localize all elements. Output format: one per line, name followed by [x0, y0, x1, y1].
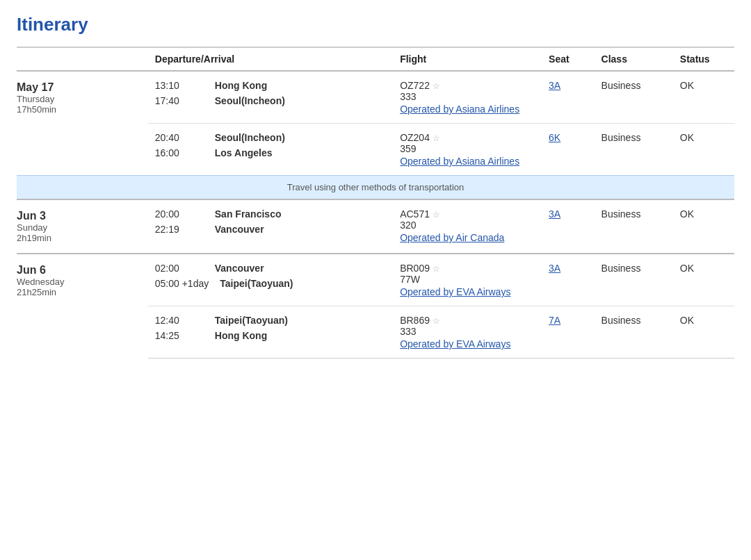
class-cell: Business — [595, 199, 673, 254]
flight-number: OZ204 — [400, 132, 430, 143]
date-weekday: Thursday — [17, 94, 141, 104]
flight-number: BR869 — [400, 315, 430, 326]
seat-link[interactable]: 6K — [549, 132, 560, 143]
date-weekday: Sunday — [17, 222, 141, 233]
flight-row: Jun 6 Wednesday 21h25min 02:00 Vancouver… — [17, 254, 734, 306]
aircraft-type: 359 — [400, 143, 535, 154]
flight-cell: OZ722 ☆ 333 Operated by Asiana Airlines — [393, 71, 542, 124]
date-cell: Jun 6 Wednesday 21h25min — [17, 254, 148, 359]
flight-cell: BR869 ☆ 333 Operated by EVA Airways — [393, 306, 542, 359]
flight-cell: BR009 ☆ 77W Operated by EVA Airways — [393, 254, 542, 306]
date-duration: 21h25min — [17, 287, 141, 297]
dep-time: 02:00 — [155, 263, 204, 274]
dep-time: 13:10 — [155, 80, 204, 91]
class-cell: Business — [595, 71, 673, 124]
aircraft-type: 333 — [400, 91, 535, 102]
arr-time: 05:00 +1day — [155, 278, 209, 289]
date-duration: 2h19min — [17, 233, 141, 243]
date-cell: Jun 3 Sunday 2h19min — [17, 199, 148, 254]
col-header-date — [17, 47, 148, 71]
arr-city: Los Angeles — [215, 147, 273, 158]
star-icon: ☆ — [433, 133, 440, 143]
dep-city: Seoul(Incheon) — [215, 132, 285, 143]
arr-city: Hong Kong — [215, 330, 267, 341]
star-icon: ☆ — [433, 316, 440, 326]
flight-row: Jun 3 Sunday 2h19min 20:00 San Francisco… — [17, 199, 734, 254]
departure-arrival-cell: 02:00 Vancouver 05:00 +1day Taipei(Taoyu… — [148, 254, 393, 306]
dep-time: 12:40 — [155, 315, 204, 326]
col-header-status: Status — [673, 47, 734, 71]
arr-city: Taipei(Taoyuan) — [220, 278, 293, 289]
col-header-departure: Departure/Arrival — [148, 47, 393, 71]
class-cell: Business — [595, 124, 673, 176]
flight-number: OZ722 — [400, 80, 430, 91]
col-header-class: Class — [595, 47, 673, 71]
star-icon: ☆ — [433, 264, 440, 274]
date-day: May 17 — [17, 81, 141, 94]
operator-link[interactable]: Operated by Asiana Airlines — [400, 156, 519, 167]
col-header-flight: Flight — [393, 47, 542, 71]
departure-arrival-cell: 13:10 Hong Kong 17:40 Seoul(Incheon) — [148, 71, 393, 124]
operator-link[interactable]: Operated by Asiana Airlines — [400, 104, 519, 115]
arr-time: 14:25 — [155, 330, 204, 341]
departure-arrival-cell: 20:40 Seoul(Incheon) 16:00 Los Angeles — [148, 124, 393, 176]
separator-row: Travel using other methods of transporta… — [17, 176, 734, 200]
operator-link[interactable]: Operated by Air Canada — [400, 232, 504, 243]
star-icon: ☆ — [433, 81, 440, 91]
dep-time: 20:00 — [155, 208, 204, 220]
operator-link[interactable]: Operated by EVA Airways — [400, 338, 510, 349]
flight-number: BR009 — [400, 263, 430, 274]
dep-city: Hong Kong — [215, 80, 267, 91]
status-cell: OK — [673, 199, 734, 254]
arr-city: Seoul(Incheon) — [215, 95, 285, 106]
date-weekday: Wednesday — [17, 277, 141, 287]
date-day: Jun 6 — [17, 264, 141, 277]
flight-number: AC571 — [400, 208, 430, 220]
star-icon: ☆ — [433, 210, 440, 220]
flight-row: May 17 Thursday 17h50min 13:10 Hong Kong… — [17, 71, 734, 124]
departure-arrival-cell: 20:00 San Francisco 22:19 Vancouver — [148, 199, 393, 254]
class-cell: Business — [595, 306, 673, 359]
seat-link[interactable]: 3A — [549, 263, 560, 274]
flight-cell: AC571 ☆ 320 Operated by Air Canada — [393, 199, 542, 254]
page-title: Itinerary — [17, 14, 734, 35]
date-cell: May 17 Thursday 17h50min — [17, 71, 148, 176]
dep-city: San Francisco — [215, 208, 282, 220]
date-duration: 17h50min — [17, 104, 141, 115]
arr-time: 22:19 — [155, 224, 204, 235]
seat-cell: 3A — [542, 71, 595, 124]
seat-cell: 3A — [542, 199, 595, 254]
dep-city: Vancouver — [215, 263, 264, 274]
operator-link[interactable]: Operated by EVA Airways — [400, 286, 510, 297]
date-day: Jun 3 — [17, 210, 141, 222]
departure-arrival-cell: 12:40 Taipei(Taoyuan) 14:25 Hong Kong — [148, 306, 393, 359]
dep-time: 20:40 — [155, 132, 204, 143]
seat-cell: 3A — [542, 254, 595, 306]
status-cell: OK — [673, 71, 734, 124]
aircraft-type: 77W — [400, 274, 535, 285]
class-cell: Business — [595, 254, 673, 306]
separator-text: Travel using other methods of transporta… — [17, 176, 734, 200]
arr-time: 17:40 — [155, 95, 204, 106]
seat-link[interactable]: 3A — [549, 80, 560, 91]
seat-link[interactable]: 7A — [549, 315, 560, 326]
arr-time: 16:00 — [155, 147, 204, 158]
aircraft-type: 320 — [400, 220, 535, 231]
status-cell: OK — [673, 124, 734, 176]
seat-cell: 6K — [542, 124, 595, 176]
seat-cell: 7A — [542, 306, 595, 359]
itinerary-table: Departure/Arrival Flight Seat Class Stat… — [17, 47, 734, 359]
dep-city: Taipei(Taoyuan) — [215, 315, 288, 326]
col-header-seat: Seat — [542, 47, 595, 71]
flight-cell: OZ204 ☆ 359 Operated by Asiana Airlines — [393, 124, 542, 176]
arr-city: Vancouver — [215, 224, 264, 235]
aircraft-type: 333 — [400, 326, 535, 337]
status-cell: OK — [673, 254, 734, 306]
seat-link[interactable]: 3A — [549, 208, 560, 220]
status-cell: OK — [673, 306, 734, 359]
